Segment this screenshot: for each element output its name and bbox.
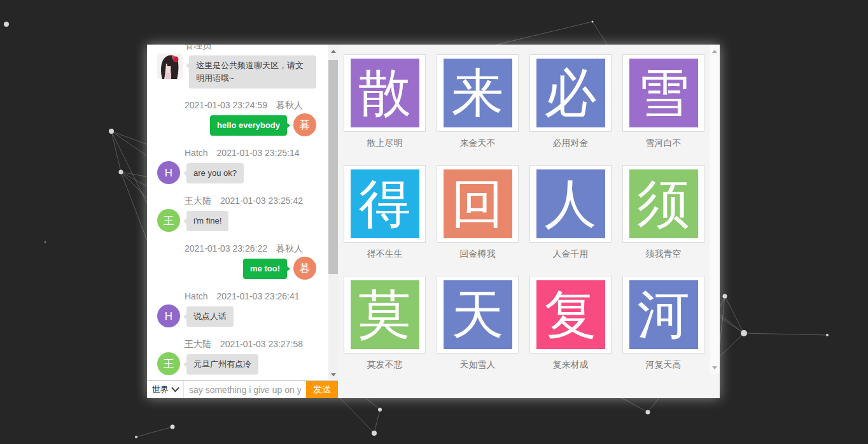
message-timestamp: 2021-01-03 23:25:42: [220, 196, 303, 206]
message-timestamp: 2021-01-03 23:25:14: [217, 148, 300, 158]
chat-composer: 世界 发送: [147, 380, 338, 398]
message-bubble: 说点人话: [186, 306, 234, 327]
chat-scrollbar-thumb[interactable]: [328, 60, 338, 274]
chat-message: Hatch2021-01-03 23:25:14Hare you ok?: [147, 148, 328, 184]
chevron-down-icon: [171, 383, 179, 392]
tile-button[interactable]: 复: [529, 276, 612, 354]
tile-character: 须: [629, 169, 698, 238]
chat-message-list: 管理员这里是公共频道聊天区，请文明用语哦~2021-01-03 23:24:59…: [147, 45, 328, 381]
tile-button[interactable]: 天: [437, 276, 519, 354]
tile-character: 散: [351, 59, 419, 127]
message-body: me too!暮: [147, 257, 328, 280]
message-body: hello everybody暮: [147, 113, 328, 136]
anime-girl-avatar-image: [157, 54, 183, 79]
sender-name: 暮秋人: [276, 100, 303, 110]
tile-character: 天: [444, 280, 512, 349]
tile-grid-panel: 散散上尽明来来金天不必必用对金雪雪河白不得得不生生回回金樽我人人金千用须须我青空…: [338, 45, 720, 398]
message-body: 王元旦广州有点冷: [147, 352, 328, 375]
message-body: Hare you ok?: [147, 161, 328, 184]
tile-card: 散散上尽明: [344, 54, 426, 149]
message-bubble: are you ok?: [186, 163, 244, 183]
tile-character: 人: [536, 169, 605, 238]
tile-card: 必必用对金: [529, 54, 612, 149]
tile-character: 回: [444, 169, 512, 238]
avatar-initial: 暮: [300, 120, 311, 131]
tile-caption: 复来材成: [529, 359, 612, 371]
grid-scrollbar[interactable]: [710, 45, 720, 374]
tile-button[interactable]: 莫: [344, 276, 426, 354]
tile-button[interactable]: 来: [437, 54, 519, 132]
message-body: H说点人话: [147, 304, 328, 327]
tile-caption: 来金天不: [437, 138, 519, 149]
chat-message: 王大陆2021-01-03 23:27:58王元旦广州有点冷: [147, 340, 328, 375]
message-body: 这里是公共频道聊天区，请文明用语哦~: [147, 54, 328, 89]
chat-scrollbar[interactable]: [328, 45, 338, 381]
send-button[interactable]: 发送: [306, 381, 338, 398]
scroll-up-button[interactable]: [328, 46, 338, 56]
triangle-down-icon: [331, 373, 336, 376]
tile-button[interactable]: 必: [529, 54, 612, 132]
tile-card: 得得不生生: [344, 165, 426, 260]
sender-name: Hatch: [185, 291, 208, 301]
sender-name: 暮秋人: [276, 243, 303, 254]
tile-character: 河: [629, 280, 698, 349]
avatar: 暮: [293, 113, 316, 136]
tile-button[interactable]: 河: [622, 276, 704, 354]
admin-avatar: [157, 54, 183, 79]
tile-button[interactable]: 散: [344, 54, 426, 132]
channel-select[interactable]: 世界: [147, 381, 184, 398]
tile-card: 人人金千用: [529, 165, 612, 260]
message-bubble: 元旦广州有点冷: [186, 354, 258, 375]
tile-caption: 人金千用: [529, 248, 612, 260]
tile-button[interactable]: 回: [437, 165, 519, 243]
tile-caption: 雪河白不: [622, 138, 704, 149]
chat-message: 2021-01-03 23:24:59暮秋人hello everybody暮: [147, 101, 328, 136]
sender-name: 王大陆: [185, 339, 211, 349]
avatar-initial: H: [165, 311, 172, 322]
tile-character: 雪: [629, 59, 698, 127]
chat-input[interactable]: [184, 381, 306, 398]
chat-message: Hatch2021-01-03 23:26:41H说点人话: [147, 292, 328, 327]
avatar: H: [157, 161, 180, 184]
scroll-up-button[interactable]: [710, 46, 720, 56]
message-timestamp: 2021-01-03 23:27:58: [220, 339, 303, 349]
avatar-initial: H: [165, 168, 172, 178]
channel-select-label: 世界: [152, 384, 169, 396]
tile-button[interactable]: 须: [622, 165, 704, 243]
tile-caption: 散上尽明: [344, 138, 426, 149]
chat-message: 管理员这里是公共频道聊天区，请文明用语哦~: [147, 45, 328, 89]
avatar-initial: 暮: [300, 263, 311, 274]
avatar-initial: 王: [164, 215, 174, 226]
tile-card: 莫莫发不悲: [344, 276, 426, 371]
tile-card: 回回金樽我: [437, 165, 519, 260]
tile-character: 得: [351, 169, 419, 238]
sender-name: Hatch: [185, 148, 208, 158]
sender-name: 王大陆: [185, 196, 211, 206]
tile-card: 须须我青空: [622, 165, 704, 260]
avatar: H: [157, 304, 180, 327]
message-bubble: hello everybody: [210, 115, 287, 136]
scroll-down-button[interactable]: [328, 369, 338, 380]
message-header: Hatch2021-01-03 23:25:14: [185, 148, 299, 158]
tile-card: 复复来材成: [529, 276, 612, 371]
triangle-up-icon: [331, 50, 336, 53]
avatar: 王: [157, 209, 180, 232]
sender-name: 管理员: [185, 45, 299, 50]
message-bubble: i'm fine!: [186, 211, 228, 231]
tile-button[interactable]: 人: [529, 165, 612, 243]
chat-message: 王大陆2021-01-03 23:25:42王i'm fine!: [147, 196, 328, 232]
message-bubble: me too!: [243, 259, 287, 279]
tile-button[interactable]: 雪: [622, 54, 704, 132]
tile-caption: 河复天高: [622, 359, 704, 371]
scroll-down-button[interactable]: [710, 362, 720, 373]
avatar-initial: 王: [164, 359, 174, 369]
tile-card: 来来金天不: [437, 54, 519, 149]
tile-grid: 散散上尽明来来金天不必必用对金雪雪河白不得得不生生回回金樽我人人金千用须须我青空…: [344, 54, 704, 371]
tile-card: 雪雪河白不: [622, 54, 704, 149]
tile-caption: 天如雪人: [437, 359, 519, 371]
chat-panel: 管理员这里是公共频道聊天区，请文明用语哦~2021-01-03 23:24:59…: [147, 45, 338, 398]
tile-caption: 须我青空: [622, 248, 704, 260]
tile-caption: 必用对金: [529, 138, 612, 149]
triangle-down-icon: [712, 366, 717, 369]
tile-button[interactable]: 得: [344, 165, 426, 243]
